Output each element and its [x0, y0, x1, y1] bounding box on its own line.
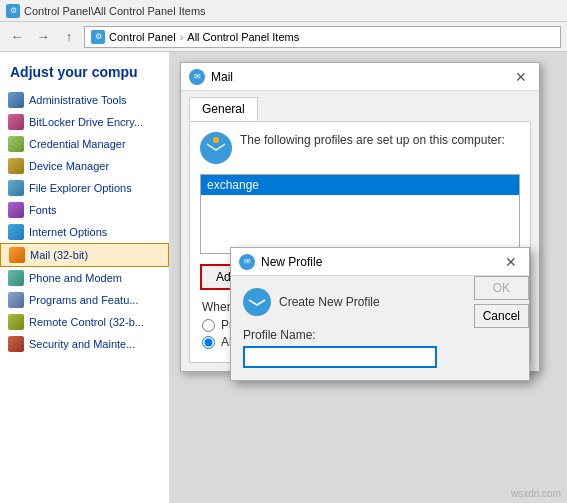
- sidebar-item-label-fonts: Fonts: [29, 204, 57, 216]
- svg-rect-0: [207, 142, 225, 156]
- np-close-button[interactable]: ✕: [501, 252, 521, 272]
- device-icon: [8, 158, 24, 174]
- sidebar-item-label-phone: Phone and Modem: [29, 272, 122, 284]
- np-profile-name-label: Profile Name:: [243, 328, 437, 342]
- sidebar-item-fonts[interactable]: Fonts: [0, 199, 169, 221]
- sidebar-item-phone[interactable]: Phone and Modem: [0, 267, 169, 289]
- np-ok-button[interactable]: OK: [474, 276, 529, 300]
- main-layout: Adjust your compu Administrative Tools B…: [0, 52, 567, 503]
- tab-general[interactable]: General: [189, 97, 258, 121]
- sidebar-item-credential[interactable]: Credential Manager: [0, 133, 169, 155]
- np-title-text: New Profile: [261, 255, 322, 269]
- sidebar-item-programs[interactable]: Programs and Featu...: [0, 289, 169, 311]
- np-profile-name-input[interactable]: [243, 346, 437, 368]
- forward-button[interactable]: →: [32, 26, 54, 48]
- sidebar-item-bitlocker[interactable]: BitLocker Drive Encry...: [0, 111, 169, 133]
- sidebar-item-remote[interactable]: Remote Control (32-b...: [0, 311, 169, 333]
- sidebar-item-security[interactable]: Security and Mainte...: [0, 333, 169, 355]
- np-title-bar: ✉ New Profile ✕: [231, 248, 529, 276]
- sidebar-item-label-mail: Mail (32-bit): [30, 249, 88, 261]
- mail-dialog-close-button[interactable]: ✕: [511, 67, 531, 87]
- mail-header-text: The following profiles are set up on thi…: [240, 132, 505, 149]
- profile-list[interactable]: exchange: [200, 174, 520, 254]
- sidebar-item-label-internet: Internet Options: [29, 226, 107, 238]
- address-bar: ← → ↑ ⚙ Control Panel › All Control Pane…: [0, 22, 567, 52]
- sidebar-item-label-credential: Credential Manager: [29, 138, 126, 150]
- credential-icon: [8, 136, 24, 152]
- sidebar: Adjust your compu Administrative Tools B…: [0, 52, 170, 503]
- sidebar-item-file[interactable]: File Explorer Options: [0, 177, 169, 199]
- sidebar-item-label-device: Device Manager: [29, 160, 109, 172]
- sidebar-item-label-programs: Programs and Featu...: [29, 294, 138, 306]
- radio-prompt[interactable]: [202, 319, 215, 332]
- breadcrumb-icon: ⚙: [91, 30, 105, 44]
- admin-icon: [8, 92, 24, 108]
- title-bar-icon: ⚙: [6, 4, 20, 18]
- mail-icon: [9, 247, 25, 263]
- file-icon: [8, 180, 24, 196]
- svg-rect-2: [249, 297, 265, 309]
- programs-icon: [8, 292, 24, 308]
- watermark: wsxdn.com: [511, 488, 561, 499]
- fonts-icon: [8, 202, 24, 218]
- title-bar-text: Control Panel\All Control Panel Items: [24, 5, 206, 17]
- breadcrumb-segment-2: All Control Panel Items: [187, 31, 299, 43]
- remote-icon: [8, 314, 24, 330]
- sidebar-item-label-security: Security and Mainte...: [29, 338, 135, 350]
- np-create-icon: [243, 288, 271, 316]
- sidebar-item-label-file: File Explorer Options: [29, 182, 132, 194]
- profile-item-exchange[interactable]: exchange: [201, 175, 519, 195]
- sidebar-item-device[interactable]: Device Manager: [0, 155, 169, 177]
- np-title-icon: ✉: [239, 254, 255, 270]
- up-button[interactable]: ↑: [58, 26, 80, 48]
- svg-point-1: [213, 137, 219, 143]
- content-area: ✉ Mail ✕ General: [170, 52, 567, 503]
- mail-dialog-title-bar: ✉ Mail ✕: [181, 63, 539, 91]
- np-buttons: OK Cancel: [474, 276, 529, 328]
- sidebar-item-label-admin: Administrative Tools: [29, 94, 127, 106]
- mail-header-icon: [200, 132, 232, 164]
- back-button[interactable]: ←: [6, 26, 28, 48]
- breadcrumb-segment-1: Control Panel: [109, 31, 176, 43]
- bitlocker-icon: [8, 114, 24, 130]
- tab-general-label: General: [202, 102, 245, 116]
- title-bar: ⚙ Control Panel\All Control Panel Items: [0, 0, 567, 22]
- breadcrumb-arrow-1: ›: [180, 31, 184, 43]
- mail-dialog-header: The following profiles are set up on thi…: [200, 132, 520, 164]
- profile-item-exchange-label: exchange: [207, 178, 259, 192]
- sidebar-title: Adjust your compu: [0, 60, 169, 89]
- sidebar-item-label-remote: Remote Control (32-b...: [29, 316, 144, 328]
- phone-icon: [8, 270, 24, 286]
- new-profile-dialog: ✉ New Profile ✕ Create New Profile: [230, 247, 530, 381]
- sidebar-item-admin[interactable]: Administrative Tools: [0, 89, 169, 111]
- sidebar-item-label-bitlocker: BitLocker Drive Encry...: [29, 116, 143, 128]
- np-profile-name-section: Profile Name:: [243, 328, 517, 368]
- sidebar-item-internet[interactable]: Internet Options: [0, 221, 169, 243]
- mail-dialog-title-text: Mail: [211, 70, 233, 84]
- radio-always[interactable]: [202, 336, 215, 349]
- mail-dialog-title-icon: ✉: [189, 69, 205, 85]
- np-body: Create New Profile OK Cancel Profile Nam…: [231, 276, 529, 380]
- sidebar-item-mail[interactable]: Mail (32-bit): [0, 243, 169, 267]
- address-breadcrumb: ⚙ Control Panel › All Control Panel Item…: [84, 26, 561, 48]
- security-icon: [8, 336, 24, 352]
- np-cancel-button[interactable]: Cancel: [474, 304, 529, 328]
- internet-icon: [8, 224, 24, 240]
- np-create-text: Create New Profile: [279, 295, 380, 309]
- mail-dialog-tabs: General: [181, 91, 539, 121]
